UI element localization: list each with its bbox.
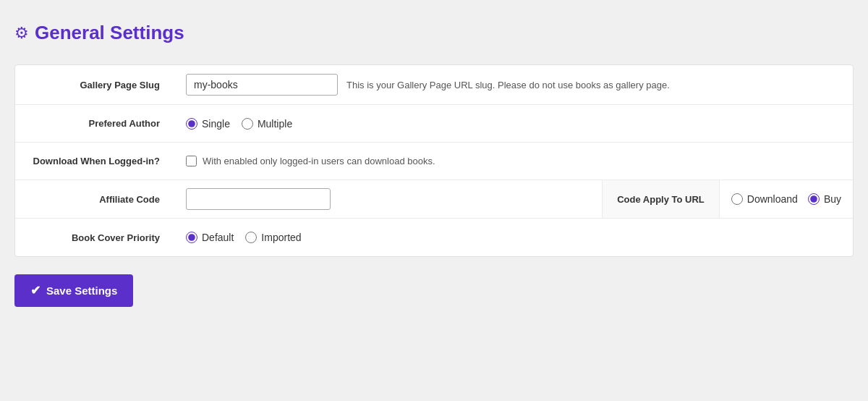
download-logged-in-row: Download When Logged-in? With enabled on… — [15, 143, 853, 180]
gear-icon: ⚙ — [14, 24, 29, 43]
download-logged-in-content: With enabled only logged-in users can do… — [174, 147, 853, 175]
prefered-author-label: Prefered Author — [15, 108, 174, 139]
page-header: ⚙ General Settings — [14, 22, 854, 44]
affiliate-code-row: Affiliate Code Code Apply To URL Downloa… — [15, 180, 853, 219]
affiliate-download-radio[interactable] — [731, 193, 743, 205]
prefered-author-row: Prefered Author Single Multiple — [15, 105, 853, 143]
book-cover-default-label: Default — [202, 232, 234, 243]
prefered-author-multiple-label: Multiple — [258, 118, 292, 130]
check-circle-icon: ✔ — [30, 283, 41, 298]
download-logged-in-label: Download When Logged-in? — [15, 145, 174, 177]
book-cover-imported-label: Imported — [261, 232, 301, 243]
prefered-author-single-radio[interactable] — [186, 118, 197, 130]
gallery-page-slug-hint: This is your Gallery Page URL slug. Plea… — [346, 80, 670, 90]
code-apply-to-url-label: Code Apply To URL — [603, 180, 720, 218]
book-cover-priority-radio-group: Default Imported — [186, 232, 302, 243]
affiliate-download-option[interactable]: Downloand — [731, 193, 798, 205]
book-cover-priority-content: Default Imported — [174, 223, 853, 252]
affiliate-code-radio-group: Downloand Buy — [720, 180, 853, 218]
gallery-page-slug-content: This is your Gallery Page URL slug. Plea… — [174, 65, 853, 104]
prefered-author-radio-group: Single Multiple — [186, 118, 292, 130]
prefered-author-multiple-option[interactable]: Multiple — [242, 118, 292, 130]
affiliate-code-label: Affiliate Code — [15, 184, 174, 215]
book-cover-priority-label: Book Cover Priority — [15, 222, 174, 253]
affiliate-buy-radio[interactable] — [808, 193, 820, 205]
download-logged-in-hint: With enabled only logged-in users can do… — [203, 156, 435, 166]
prefered-author-single-label: Single — [202, 118, 230, 130]
book-cover-imported-option[interactable]: Imported — [245, 232, 301, 243]
settings-card: Gallery Page Slug This is your Gallery P… — [14, 64, 854, 257]
book-cover-priority-row: Book Cover Priority Default Imported — [15, 219, 853, 256]
prefered-author-single-option[interactable]: Single — [186, 118, 230, 130]
save-settings-button[interactable]: ✔ Save Settings — [14, 274, 133, 307]
affiliate-buy-label: Buy — [824, 193, 841, 205]
book-cover-default-radio[interactable] — [186, 232, 197, 243]
affiliate-download-label: Downloand — [747, 193, 798, 205]
affiliate-code-input[interactable] — [186, 188, 331, 210]
gallery-page-slug-input[interactable] — [186, 74, 338, 96]
page-title: General Settings — [35, 22, 184, 44]
affiliate-input-wrap — [174, 180, 603, 218]
gallery-page-slug-label: Gallery Page Slug — [15, 69, 174, 101]
download-logged-in-checkbox[interactable] — [186, 156, 197, 166]
affiliate-buy-option[interactable]: Buy — [808, 193, 841, 205]
download-logged-in-checkbox-label[interactable]: With enabled only logged-in users can do… — [186, 156, 435, 166]
gallery-page-slug-row: Gallery Page Slug This is your Gallery P… — [15, 65, 853, 105]
book-cover-imported-radio[interactable] — [245, 232, 257, 243]
prefered-author-multiple-radio[interactable] — [242, 118, 253, 130]
prefered-author-content: Single Multiple — [174, 109, 853, 138]
affiliate-code-content: Code Apply To URL Downloand Buy — [174, 180, 853, 218]
save-settings-label: Save Settings — [46, 284, 117, 297]
book-cover-default-option[interactable]: Default — [186, 232, 234, 243]
